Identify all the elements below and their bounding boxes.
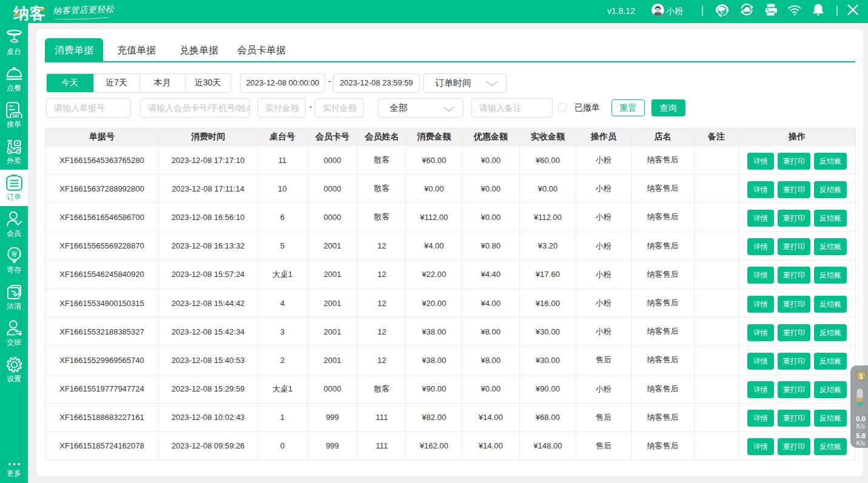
svg-text:寄: 寄 — [11, 250, 18, 258]
svg-text:1: 1 — [859, 372, 863, 380]
